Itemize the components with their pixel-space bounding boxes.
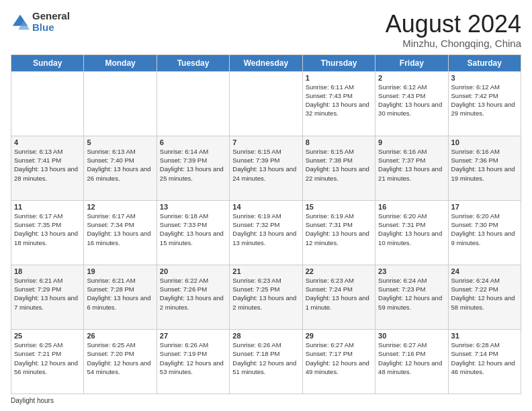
calendar-cell: 10Sunrise: 6:16 AM Sunset: 7:36 PM Dayli… bbox=[448, 136, 521, 200]
day-number: 16 bbox=[378, 203, 445, 211]
day-info: Sunrise: 6:20 AM Sunset: 7:31 PM Dayligh… bbox=[378, 212, 445, 247]
day-number: 2 bbox=[378, 74, 445, 82]
day-number: 18 bbox=[14, 267, 81, 275]
day-info: Sunrise: 6:12 AM Sunset: 7:42 PM Dayligh… bbox=[451, 83, 518, 118]
day-info: Sunrise: 6:23 AM Sunset: 7:24 PM Dayligh… bbox=[306, 276, 372, 312]
day-info: Sunrise: 6:13 AM Sunset: 7:40 PM Dayligh… bbox=[87, 147, 153, 183]
title-month: August 2024 bbox=[386, 11, 521, 38]
calendar-week-row: 18Sunrise: 6:21 AM Sunset: 7:29 PM Dayli… bbox=[11, 265, 521, 329]
page: General Blue August 2024 Minzhu, Chongqi… bbox=[0, 0, 532, 411]
day-info: Sunrise: 6:25 AM Sunset: 7:20 PM Dayligh… bbox=[87, 340, 153, 376]
day-number: 24 bbox=[451, 267, 518, 275]
logo-blue-text: Blue bbox=[32, 22, 70, 34]
calendar-cell: 19Sunrise: 6:21 AM Sunset: 7:28 PM Dayli… bbox=[84, 265, 157, 329]
calendar-week-row: 25Sunrise: 6:25 AM Sunset: 7:21 PM Dayli… bbox=[11, 329, 521, 394]
calendar-cell: 14Sunrise: 6:19 AM Sunset: 7:32 PM Dayli… bbox=[230, 200, 302, 265]
calendar-cell: 23Sunrise: 6:24 AM Sunset: 7:23 PM Dayli… bbox=[375, 265, 448, 329]
day-number: 22 bbox=[306, 267, 372, 275]
calendar-header-thursday: Thursday bbox=[302, 54, 375, 71]
day-info: Sunrise: 6:16 AM Sunset: 7:37 PM Dayligh… bbox=[378, 147, 445, 183]
calendar-cell: 1Sunrise: 6:11 AM Sunset: 7:43 PM Daylig… bbox=[302, 71, 375, 136]
day-number: 11 bbox=[14, 203, 81, 211]
day-info: Sunrise: 6:24 AM Sunset: 7:23 PM Dayligh… bbox=[378, 276, 445, 312]
calendar-cell: 5Sunrise: 6:13 AM Sunset: 7:40 PM Daylig… bbox=[84, 136, 157, 200]
calendar-header-row: SundayMondayTuesdayWednesdayThursdayFrid… bbox=[11, 54, 521, 71]
day-number: 31 bbox=[451, 332, 518, 340]
day-info: Sunrise: 6:28 AM Sunset: 7:14 PM Dayligh… bbox=[451, 340, 518, 376]
calendar-cell: 30Sunrise: 6:27 AM Sunset: 7:16 PM Dayli… bbox=[375, 329, 448, 394]
day-info: Sunrise: 6:12 AM Sunset: 7:43 PM Dayligh… bbox=[378, 83, 445, 118]
day-number: 4 bbox=[14, 138, 81, 146]
day-number: 25 bbox=[14, 332, 81, 340]
calendar-cell: 4Sunrise: 6:13 AM Sunset: 7:41 PM Daylig… bbox=[11, 136, 84, 200]
day-number: 29 bbox=[306, 332, 372, 340]
day-info: Sunrise: 6:15 AM Sunset: 7:38 PM Dayligh… bbox=[306, 147, 372, 183]
calendar-header-tuesday: Tuesday bbox=[157, 54, 229, 71]
day-number: 27 bbox=[160, 332, 226, 340]
day-number: 10 bbox=[451, 138, 518, 146]
calendar-cell: 6Sunrise: 6:14 AM Sunset: 7:39 PM Daylig… bbox=[157, 136, 229, 200]
footer-label: Daylight hours bbox=[11, 397, 54, 404]
calendar-header-sunday: Sunday bbox=[11, 54, 84, 71]
day-info: Sunrise: 6:15 AM Sunset: 7:39 PM Dayligh… bbox=[232, 147, 299, 183]
calendar-cell bbox=[157, 71, 229, 136]
calendar-cell: 31Sunrise: 6:28 AM Sunset: 7:14 PM Dayli… bbox=[448, 329, 521, 394]
calendar-header-saturday: Saturday bbox=[448, 54, 521, 71]
day-info: Sunrise: 6:27 AM Sunset: 7:16 PM Dayligh… bbox=[378, 340, 445, 376]
calendar-cell: 28Sunrise: 6:26 AM Sunset: 7:18 PM Dayli… bbox=[230, 329, 302, 394]
day-number: 12 bbox=[87, 203, 153, 211]
day-number: 30 bbox=[378, 332, 445, 340]
day-number: 7 bbox=[232, 138, 299, 146]
day-info: Sunrise: 6:16 AM Sunset: 7:36 PM Dayligh… bbox=[451, 147, 518, 183]
calendar-week-row: 4Sunrise: 6:13 AM Sunset: 7:41 PM Daylig… bbox=[11, 136, 521, 200]
title-location: Minzhu, Chongqing, China bbox=[386, 38, 521, 49]
calendar-cell: 16Sunrise: 6:20 AM Sunset: 7:31 PM Dayli… bbox=[375, 200, 448, 265]
calendar-cell: 3Sunrise: 6:12 AM Sunset: 7:42 PM Daylig… bbox=[448, 71, 521, 136]
calendar-cell: 22Sunrise: 6:23 AM Sunset: 7:24 PM Dayli… bbox=[302, 265, 375, 329]
day-number: 1 bbox=[306, 74, 372, 82]
calendar-week-row: 11Sunrise: 6:17 AM Sunset: 7:35 PM Dayli… bbox=[11, 200, 521, 265]
calendar-cell bbox=[84, 71, 157, 136]
day-info: Sunrise: 6:25 AM Sunset: 7:21 PM Dayligh… bbox=[14, 340, 81, 376]
calendar-week-row: 1Sunrise: 6:11 AM Sunset: 7:43 PM Daylig… bbox=[11, 71, 521, 136]
calendar-cell: 26Sunrise: 6:25 AM Sunset: 7:20 PM Dayli… bbox=[84, 329, 157, 394]
calendar-cell: 17Sunrise: 6:20 AM Sunset: 7:30 PM Dayli… bbox=[448, 200, 521, 265]
calendar-cell: 21Sunrise: 6:23 AM Sunset: 7:25 PM Dayli… bbox=[230, 265, 302, 329]
calendar-header-wednesday: Wednesday bbox=[230, 54, 302, 71]
calendar-cell: 25Sunrise: 6:25 AM Sunset: 7:21 PM Dayli… bbox=[11, 329, 84, 394]
day-number: 15 bbox=[306, 203, 372, 211]
day-info: Sunrise: 6:17 AM Sunset: 7:34 PM Dayligh… bbox=[87, 212, 153, 247]
day-number: 17 bbox=[451, 203, 518, 211]
logo-icon bbox=[11, 13, 30, 32]
calendar-cell: 2Sunrise: 6:12 AM Sunset: 7:43 PM Daylig… bbox=[375, 71, 448, 136]
calendar-cell: 29Sunrise: 6:27 AM Sunset: 7:17 PM Dayli… bbox=[302, 329, 375, 394]
day-info: Sunrise: 6:23 AM Sunset: 7:25 PM Dayligh… bbox=[232, 276, 299, 312]
title-block: August 2024 Minzhu, Chongqing, China bbox=[386, 11, 521, 49]
calendar-table: SundayMondayTuesdayWednesdayThursdayFrid… bbox=[11, 54, 521, 394]
day-number: 28 bbox=[232, 332, 299, 340]
calendar-cell: 18Sunrise: 6:21 AM Sunset: 7:29 PM Dayli… bbox=[11, 265, 84, 329]
day-info: Sunrise: 6:13 AM Sunset: 7:41 PM Dayligh… bbox=[14, 147, 81, 183]
day-info: Sunrise: 6:26 AM Sunset: 7:19 PM Dayligh… bbox=[160, 340, 226, 376]
calendar-cell: 20Sunrise: 6:22 AM Sunset: 7:26 PM Dayli… bbox=[157, 265, 229, 329]
day-info: Sunrise: 6:14 AM Sunset: 7:39 PM Dayligh… bbox=[160, 147, 226, 183]
logo-general-text: General bbox=[32, 11, 70, 22]
day-info: Sunrise: 6:21 AM Sunset: 7:29 PM Dayligh… bbox=[14, 276, 81, 312]
day-number: 6 bbox=[160, 138, 226, 146]
day-number: 14 bbox=[232, 203, 299, 211]
day-number: 8 bbox=[306, 138, 372, 146]
day-info: Sunrise: 6:11 AM Sunset: 7:43 PM Dayligh… bbox=[306, 83, 372, 118]
day-number: 20 bbox=[160, 267, 226, 275]
day-info: Sunrise: 6:19 AM Sunset: 7:32 PM Dayligh… bbox=[232, 212, 299, 247]
calendar-cell: 9Sunrise: 6:16 AM Sunset: 7:37 PM Daylig… bbox=[375, 136, 448, 200]
calendar-cell: 7Sunrise: 6:15 AM Sunset: 7:39 PM Daylig… bbox=[230, 136, 302, 200]
day-info: Sunrise: 6:22 AM Sunset: 7:26 PM Dayligh… bbox=[160, 276, 226, 312]
day-number: 5 bbox=[87, 138, 153, 146]
day-info: Sunrise: 6:20 AM Sunset: 7:30 PM Dayligh… bbox=[451, 212, 518, 247]
calendar-cell: 15Sunrise: 6:19 AM Sunset: 7:31 PM Dayli… bbox=[302, 200, 375, 265]
day-number: 19 bbox=[87, 267, 153, 275]
day-info: Sunrise: 6:18 AM Sunset: 7:33 PM Dayligh… bbox=[160, 212, 226, 247]
day-number: 9 bbox=[378, 138, 445, 146]
day-info: Sunrise: 6:17 AM Sunset: 7:35 PM Dayligh… bbox=[14, 212, 81, 247]
day-number: 3 bbox=[451, 74, 518, 82]
